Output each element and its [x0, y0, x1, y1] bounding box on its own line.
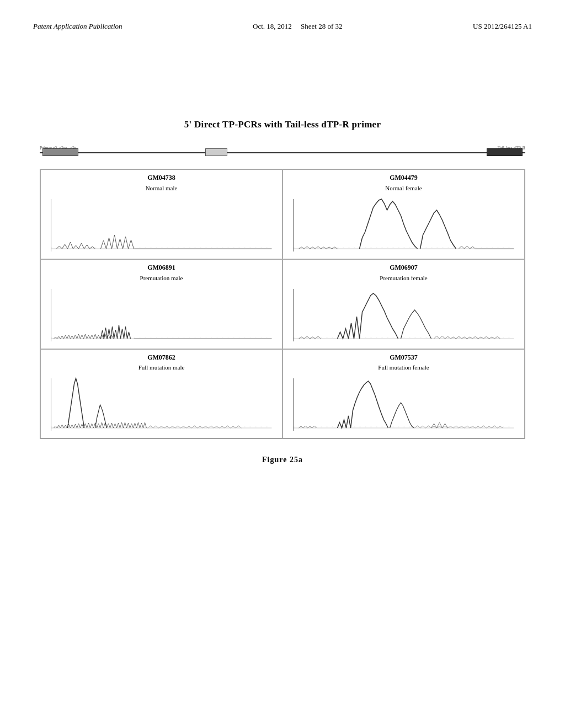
chromatogram-gm04738 [45, 194, 278, 254]
chromatogram-gm07862 [45, 373, 278, 433]
cell-sublabel-full-mutation-female: Full mutation female [287, 364, 520, 371]
header-center: Oct. 18, 2012 Sheet 28 of 32 [253, 22, 343, 31]
chromatogram-gm07537 [287, 373, 520, 433]
figure-caption: Figure 25a [33, 456, 532, 464]
cell-sublabel-premutation-male: Premutation male [45, 275, 278, 281]
cell-label-gm06907: GM06907 [287, 263, 520, 272]
cell-sublabel-normal-female: Normal female [287, 185, 520, 191]
chrom-cell-top-left: GM04738 Normal male [40, 169, 282, 259]
chrom-cell-top-right: GM04479 Normal female [282, 169, 525, 259]
chromatogram-gm06891 [45, 283, 278, 344]
cell-label-gm07537: GM07537 [287, 353, 520, 362]
chrom-cell-mid-left: GM06891 Premutation male [40, 259, 282, 349]
main-title: 5' Direct TP-PCRs with Tail-less dTP-R p… [33, 119, 532, 130]
chrom-cell-mid-right: GM06907 Premutation female [282, 259, 525, 349]
chrom-cell-bot-left: GM07862 Full mutation male [40, 349, 282, 439]
cell-sublabel-full-mutation-male: Full mutation male [45, 364, 278, 371]
cell-sublabel-premutation-female: Premutation female [287, 275, 520, 281]
chromatogram-grid: GM04738 Normal male GM04479 Normal femal… [40, 169, 525, 439]
cell-label-gm06891: GM06891 [45, 263, 278, 272]
chrom-cell-bot-right: GM07537 Full mutation female [282, 349, 525, 439]
primer-diagram: Primer c3 c3se c3s Tail-less dTP-R [40, 141, 525, 163]
primer-baseline [40, 152, 525, 153]
cell-label-gm04479: GM04479 [287, 173, 520, 183]
page-header: Patent Application Publication Oct. 18, … [33, 22, 532, 31]
chromatogram-gm04479 [287, 194, 520, 254]
chromatogram-gm06907 [287, 283, 520, 344]
page: Patent Application Publication Oct. 18, … [0, 0, 565, 728]
header-date: Oct. 18, 2012 [253, 22, 292, 30]
primer-block-right [487, 148, 523, 156]
primer-box-mid [205, 148, 227, 156]
cell-label-gm07862: GM07862 [45, 353, 278, 362]
header-left: Patent Application Publication [33, 22, 122, 31]
primer-block-left [42, 148, 78, 156]
header-sheet: Sheet 28 of 32 [301, 22, 342, 30]
cell-label-gm04738: GM04738 [45, 173, 278, 183]
cell-sublabel-normal-male: Normal male [45, 185, 278, 191]
header-right: US 2012/264125 A1 [473, 22, 532, 31]
